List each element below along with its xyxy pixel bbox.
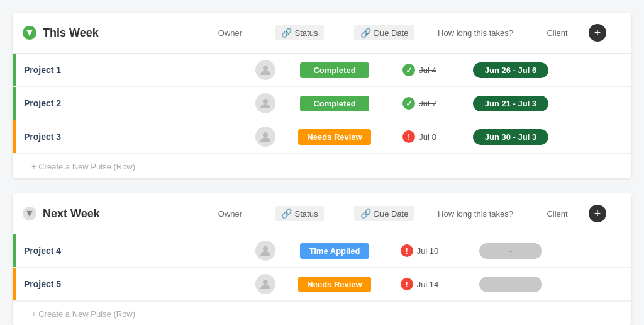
- row-duration: Jun 26 - Jul 6: [460, 62, 561, 78]
- board-section-this-week: ▼ This Week Owner 🔗 Status 🔗 Due Date: [13, 13, 631, 178]
- board-section-next-week: ▼ Next Week Owner 🔗 Status 🔗 Due Date: [13, 193, 631, 325]
- status-badge[interactable]: Completed: [300, 62, 369, 78]
- status-badge[interactable]: Time Applied: [300, 243, 369, 259]
- due-date-text: Jul 8: [419, 132, 436, 142]
- header-add: +: [589, 205, 611, 222]
- create-pulse-label[interactable]: + Create a New Pulse (Row): [31, 162, 135, 171]
- create-indent: + Create a New Pulse (Row): [31, 308, 135, 319]
- header-status: 🔗 Status: [255, 201, 343, 226]
- check-icon: ✓: [402, 97, 415, 110]
- row-duration: -: [460, 243, 561, 259]
- avatar: [255, 93, 275, 113]
- due-date-text: Jul 14: [417, 280, 439, 289]
- row-owner: [240, 274, 291, 294]
- duration-badge: Jun 21 - Jul 3: [473, 96, 548, 111]
- status-badge[interactable]: Needs Review: [298, 129, 370, 145]
- row-duration: -: [460, 277, 561, 292]
- duration-empty: -: [479, 243, 542, 259]
- row-name: Project 1: [24, 65, 240, 75]
- row-status: Needs Review: [291, 129, 379, 145]
- warn-icon: !: [401, 244, 413, 257]
- row-duedate: ! Jul 10: [379, 244, 460, 257]
- svg-point-2: [263, 132, 268, 137]
- table-row: Project 5 Needs Review ! Jul 14: [13, 268, 631, 301]
- row-status: Completed: [291, 96, 379, 111]
- row-name: Project 2: [24, 98, 240, 108]
- row-duedate: ✓ Jul 4: [379, 64, 460, 76]
- duration-badge: Jun 30 - Jul 3: [473, 129, 548, 145]
- add-column-button[interactable]: +: [589, 205, 606, 222]
- duedate-header-button[interactable]: 🔗 Due Date: [354, 206, 415, 221]
- avatar: [255, 241, 275, 261]
- header-client: Client: [526, 204, 589, 224]
- due-date-text: Jul 7: [419, 99, 436, 108]
- status-badge[interactable]: Needs Review: [298, 277, 370, 292]
- row-owner: [240, 60, 291, 80]
- warn-icon: !: [402, 130, 415, 143]
- header-duration: How long this takes?: [425, 23, 526, 43]
- link-icon: 🔗: [281, 208, 292, 219]
- header-duedate: 🔗 Due Date: [343, 201, 425, 226]
- row-status: Time Applied: [291, 243, 379, 259]
- table-wrapper: Project 1 Completed ✓ Jul 4: [13, 54, 631, 154]
- create-row: + Create a New Pulse (Row): [13, 301, 631, 325]
- status-header-button[interactable]: 🔗 Status: [275, 206, 325, 221]
- svg-point-4: [263, 280, 268, 285]
- row-name: Project 5: [24, 279, 240, 289]
- row-duration: Jun 30 - Jul 3: [460, 129, 561, 145]
- header-status: 🔗 Status: [255, 20, 343, 45]
- table-row: Project 4 Time Applied ! Jul 10: [13, 234, 631, 268]
- avatar: [255, 60, 275, 80]
- section-header: ▼ Next Week Owner 🔗 Status 🔗 Due Date: [13, 193, 631, 234]
- warn-icon: !: [401, 278, 413, 290]
- duration-badge: Jun 26 - Jul 6: [473, 62, 548, 78]
- due-date-text: Jul 10: [417, 246, 439, 256]
- col-headers: Owner 🔗 Status 🔗 Due Date How long t: [195, 201, 621, 226]
- avatar: [255, 274, 275, 294]
- status-badge[interactable]: Completed: [300, 96, 369, 111]
- row-duration: Jun 21 - Jul 3: [460, 96, 561, 111]
- due-date-text: Jul 4: [419, 66, 436, 75]
- section-title: This Week: [43, 26, 190, 40]
- svg-point-1: [263, 99, 268, 104]
- svg-point-0: [263, 66, 268, 71]
- table-row: Project 2 Completed ✓ Jul 7: [13, 87, 631, 120]
- row-owner: [240, 93, 291, 113]
- row-name: Project 4: [24, 246, 240, 256]
- table-row: Project 1 Completed ✓ Jul 4: [13, 54, 631, 87]
- duration-empty: -: [479, 277, 542, 292]
- row-duedate: ! Jul 14: [379, 278, 460, 290]
- col-headers: Owner 🔗 Status 🔗 Due Date How long t: [195, 20, 621, 45]
- link-icon-due: 🔗: [360, 28, 371, 38]
- row-status: Needs Review: [291, 277, 379, 292]
- section-toggle[interactable]: ▼: [23, 26, 36, 40]
- row-owner: [240, 127, 291, 147]
- row-owner: [240, 241, 291, 261]
- section-title: Next Week: [43, 207, 190, 220]
- row-duedate: ✓ Jul 7: [379, 97, 460, 110]
- create-pulse-label[interactable]: + Create a New Pulse (Row): [31, 309, 135, 319]
- header-client: Client: [526, 23, 589, 43]
- table-wrapper: Project 4 Time Applied ! Jul 10: [13, 234, 631, 301]
- section-header: ▼ This Week Owner 🔗 Status 🔗 Due Date: [13, 13, 631, 54]
- add-column-button[interactable]: +: [589, 24, 606, 42]
- link-icon: 🔗: [281, 28, 292, 38]
- row-name: Project 3: [24, 132, 240, 142]
- header-duedate: 🔗 Due Date: [343, 20, 425, 45]
- header-owner: Owner: [205, 23, 255, 43]
- create-row: + Create a New Pulse (Row): [13, 154, 631, 178]
- avatar: [255, 127, 275, 147]
- create-indent: + Create a New Pulse (Row): [31, 161, 135, 172]
- link-icon-due: 🔗: [360, 208, 371, 219]
- row-status: Completed: [291, 62, 379, 78]
- header-owner: Owner: [205, 204, 255, 224]
- svg-point-3: [263, 246, 268, 251]
- row-duedate: ! Jul 8: [379, 130, 460, 143]
- header-add: +: [589, 24, 611, 42]
- section-toggle[interactable]: ▼: [23, 207, 36, 220]
- header-duration: How long this takes?: [425, 204, 526, 224]
- check-icon: ✓: [402, 64, 415, 76]
- duedate-header-button[interactable]: 🔗 Due Date: [354, 25, 415, 40]
- status-header-button[interactable]: 🔗 Status: [275, 25, 325, 40]
- table-row: Project 3 Needs Review ! Jul 8: [13, 120, 631, 154]
